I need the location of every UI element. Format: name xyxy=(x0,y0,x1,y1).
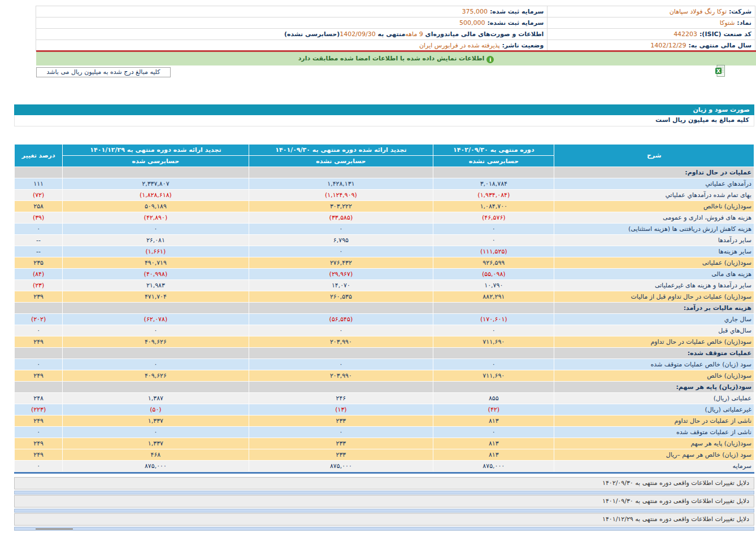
cell-value: (۷۲) xyxy=(33,191,44,199)
change-percent-cell xyxy=(15,382,62,392)
cell-value: ۷۱۱,۶۹۰ xyxy=(483,338,505,346)
table-row: سایر هزینه‌ها(۱۱۱,۵۲۵)۰(۱,۶۶۱)-- xyxy=(15,246,754,257)
cell-value: ۲۳۵ xyxy=(33,259,44,266)
row-description: سود(زیان) پایه هر سهم: xyxy=(554,382,754,392)
cell-value: ۴۰۹,۶۲۶ xyxy=(145,372,167,379)
cell-value: ۸۵۵ xyxy=(489,395,499,402)
cell-value: ۲۴۹ xyxy=(33,417,44,425)
value-cell: (۱۳) xyxy=(249,404,433,415)
table-row: سایر درآمدها و هزینه های غیرعملیاتی۱۰,۷۹… xyxy=(15,280,754,291)
cell-value: -- xyxy=(36,237,41,244)
row-description: بهای تمام شده درآمدهاي عملياتي xyxy=(554,190,754,200)
change-percent-cell: ۲۴۹ xyxy=(15,336,62,347)
cell-value: (۱۳) xyxy=(335,406,346,413)
cell-value: (۱,۸۲۸,۶۱۸) xyxy=(140,191,172,199)
value-cell: ۲۳۳ xyxy=(249,449,433,460)
cell-value: ۲۳۳ xyxy=(336,451,346,458)
footer-links: دلایل تغییرات اطلاعات واقعی دوره منتهی ب… xyxy=(14,477,754,531)
value-cell xyxy=(63,303,249,313)
table-row: غیرعملیاتی (ریال)(۴۲)(۱۳)(۵۰)(۲۲۳) xyxy=(15,404,754,415)
change-percent-cell: ۰ xyxy=(15,359,62,370)
value-cell xyxy=(249,303,433,313)
row-description: سود(زیان) خالص عملیات در حال تداوم xyxy=(554,336,754,347)
footer-link-row[interactable]: دلایل تغییرات اطلاعات واقعی دوره منتهی ب… xyxy=(14,477,754,489)
cell-value: (۱,۶۶۱) xyxy=(146,248,166,255)
value-cell: ۴۰۹,۶۲۶ xyxy=(63,370,249,381)
value-cell: (۱,۶۶۱) xyxy=(63,246,249,257)
cell-value: (۴۲) xyxy=(488,406,499,413)
cell-value: ۰ xyxy=(154,225,157,233)
value-cell: ۸۱۳ xyxy=(433,438,554,449)
value-cell: ۰ xyxy=(249,325,433,336)
cell-value: ۰ xyxy=(339,327,342,334)
value-cell: (۲۹,۹۶۷) xyxy=(249,269,433,279)
value-cell: ۹۲۶,۵۹۹ xyxy=(433,257,554,268)
info-cell: سال مالی منتهی به: 1402/12/29 xyxy=(548,40,755,51)
value-cell: ۸۱۳ xyxy=(433,449,554,460)
change-percent-cell: (۲۳) xyxy=(15,280,62,291)
change-percent-cell: (۳۹) xyxy=(15,212,62,223)
value-cell: ۲۷۶,۴۳۲ xyxy=(249,257,433,268)
cell-value: (۴۶,۵۷۶) xyxy=(482,214,506,221)
cell-value: ۱,۳۳۷ xyxy=(148,417,163,425)
row-description: عملیات در حال تداوم: xyxy=(554,167,754,178)
row-description: سود (زیان) خالص عملیات متوقف شده xyxy=(554,359,754,370)
amounts-unit-note-box[interactable]: کلیه مبالغ درج شده به میلیون ریال می باش… xyxy=(36,67,171,77)
row-description: هزینه های فروش، اداری و عمومی xyxy=(554,212,754,223)
cell-value: ۱۰,۷۹۰ xyxy=(484,282,503,289)
value-cell xyxy=(249,348,433,358)
cell-value: ۰ xyxy=(492,361,496,368)
info-value: پذیرفته شده در فرابورس ایران xyxy=(419,42,500,49)
cell-value: (۵۰) xyxy=(150,406,161,413)
table-row: ناشی از عملیات در حال تداوم۸۱۳۲۳۳۱,۳۳۷۲۴… xyxy=(15,416,754,426)
bottom-divider xyxy=(36,528,73,530)
cell-value: (۵۵,۰۹۸) xyxy=(482,270,506,278)
change-percent-cell: (۸۴) xyxy=(15,269,62,279)
info-cell: نماد: شتوکا xyxy=(548,18,755,29)
signed-info-text: اطلاعات نمایش داده شده با اطلاعات امضا ش… xyxy=(298,55,485,62)
footer-link-row[interactable]: دلایل تغییرات اطلاعات واقعی دوره منتهی ب… xyxy=(14,495,754,508)
value-cell xyxy=(433,303,554,313)
cell-value: -- xyxy=(36,248,41,255)
table-row: ناشی از عملیات متوقف شده۰۰۰۰ xyxy=(15,427,754,438)
value-cell: ۶,۷۹۵ xyxy=(249,235,433,246)
cell-value: (۲۰۲) xyxy=(31,316,46,323)
cell-value: (۳۹) xyxy=(33,214,44,221)
change-percent-cell: ۰ xyxy=(15,325,62,336)
table-row: سود (زیان) خالص عملیات متوقف شده۰۰۰۰ xyxy=(15,359,754,370)
cell-value: ۸۷۵,۰۰۰ xyxy=(145,462,167,470)
info-label: سرمایه ثبت نشده: xyxy=(485,19,544,27)
cell-value: (۶۲,۰۷۸) xyxy=(144,316,168,323)
cell-value: ۲۴۸ xyxy=(33,395,44,402)
cell-value: ۲۶,۰۸۱ xyxy=(146,237,165,244)
info-cell: سرمایه ثبت نشده: 500,000 xyxy=(36,18,548,29)
footer-link-row[interactable]: دلایل تغییرات اطلاعات واقعی دوره منتهی ب… xyxy=(14,513,754,526)
cell-value: ۰ xyxy=(37,225,40,233)
footer-strip xyxy=(14,509,754,513)
row-description: سرمایه xyxy=(554,461,754,471)
info-value: 442203 xyxy=(674,30,697,38)
info-label: اطلاعات و صورت‌های مالی میاندوره‌ای xyxy=(423,30,544,38)
unit-note-row: کلیه مبالغ به میلیون ریال است xyxy=(14,115,754,126)
row-description: سایر درآمدها xyxy=(554,235,754,246)
info-cell: کد صنعت (ISIC): 442203 xyxy=(548,29,755,40)
info-value: شتوکا xyxy=(720,19,735,27)
row-description: ناشی از عملیات در حال تداوم xyxy=(554,416,754,426)
cell-value: ۸۷۵,۰۰۰ xyxy=(330,462,352,470)
info-cell: اطلاعات و صورت‌های مالی میاندوره‌ای 9 ما… xyxy=(36,29,548,40)
info-label: شرکت: xyxy=(727,8,751,15)
change-percent-cell xyxy=(15,167,62,178)
info-row: شرکت: توکا رنگ فولاد سپاهانسرمایه ثبت شد… xyxy=(36,6,755,18)
cell-value: ۰ xyxy=(339,225,342,233)
cell-value: ۰ xyxy=(37,361,40,368)
cell-value: ۰ xyxy=(492,225,496,233)
cell-value: ۴۹۰,۷۱۹ xyxy=(145,259,167,266)
cell-value: ۲۶۰,۵۳۵ xyxy=(330,293,352,300)
value-cell: (۴۶,۵۷۶) xyxy=(433,212,554,223)
value-cell: ۰ xyxy=(249,427,433,438)
row-description: عملیات متوقف شده: xyxy=(554,348,754,358)
cell-value: ۲۳۳ xyxy=(336,417,346,425)
info-label: سرمایه ثبت شده: xyxy=(488,8,544,15)
row-description: هزینه کاهش ارزش دریافتنی ها (هزینه استثن… xyxy=(554,224,754,234)
excel-export-icon[interactable]: X xyxy=(715,65,725,77)
